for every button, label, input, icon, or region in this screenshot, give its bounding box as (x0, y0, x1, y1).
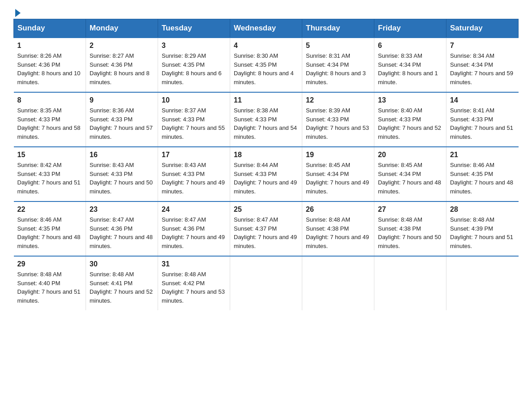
day-number: 10 (162, 96, 226, 104)
calendar-cell: 3Sunrise: 8:29 AMSunset: 4:35 PMDaylight… (158, 38, 230, 92)
day-info: Sunrise: 8:44 AMSunset: 4:33 PMDaylight:… (234, 161, 298, 196)
calendar-cell (302, 256, 374, 310)
calendar-cell: 26Sunrise: 8:48 AMSunset: 4:38 PMDayligh… (302, 201, 374, 256)
calendar-cell: 4Sunrise: 8:30 AMSunset: 4:35 PMDaylight… (230, 38, 302, 92)
day-number: 31 (162, 260, 226, 268)
day-info: Sunrise: 8:42 AMSunset: 4:33 PMDaylight:… (17, 161, 82, 196)
day-number: 18 (234, 151, 298, 159)
calendar-cell (374, 256, 446, 310)
day-number: 16 (90, 151, 154, 159)
calendar-cell: 18Sunrise: 8:44 AMSunset: 4:33 PMDayligh… (230, 147, 302, 201)
day-number: 19 (306, 151, 370, 159)
day-info: Sunrise: 8:46 AMSunset: 4:35 PMDaylight:… (450, 161, 515, 196)
calendar-cell (230, 256, 302, 310)
calendar-cell: 9Sunrise: 8:36 AMSunset: 4:33 PMDaylight… (86, 92, 158, 147)
calendar-cell (446, 256, 519, 310)
day-header-row: SundayMondayTuesdayWednesdayThursdayFrid… (14, 19, 519, 38)
day-number: 1 (17, 42, 82, 50)
calendar-week-5: 29Sunrise: 8:48 AMSunset: 4:40 PMDayligh… (14, 256, 519, 310)
day-number: 15 (17, 151, 82, 159)
calendar-cell: 27Sunrise: 8:48 AMSunset: 4:38 PMDayligh… (374, 201, 446, 256)
day-info: Sunrise: 8:45 AMSunset: 4:34 PMDaylight:… (378, 161, 442, 196)
calendar-cell: 5Sunrise: 8:31 AMSunset: 4:34 PMDaylight… (302, 38, 374, 92)
calendar-header: SundayMondayTuesdayWednesdayThursdayFrid… (14, 19, 519, 38)
day-number: 4 (234, 42, 298, 50)
calendar-cell: 7Sunrise: 8:34 AMSunset: 4:34 PMDaylight… (446, 38, 519, 92)
day-number: 23 (90, 206, 154, 214)
day-number: 17 (162, 151, 226, 159)
day-info: Sunrise: 8:29 AMSunset: 4:35 PMDaylight:… (162, 51, 226, 86)
logo (13, 9, 21, 14)
day-number: 3 (162, 42, 226, 50)
calendar-cell: 14Sunrise: 8:41 AMSunset: 4:33 PMDayligh… (446, 92, 519, 147)
calendar-body: 1Sunrise: 8:26 AMSunset: 4:36 PMDaylight… (14, 38, 519, 310)
day-number: 8 (17, 96, 82, 104)
day-info: Sunrise: 8:38 AMSunset: 4:33 PMDaylight:… (234, 106, 298, 141)
page-header (13, 9, 519, 14)
logo-arrow-icon (15, 9, 21, 17)
calendar-cell: 25Sunrise: 8:47 AMSunset: 4:37 PMDayligh… (230, 201, 302, 256)
day-number: 26 (306, 206, 370, 214)
day-number: 29 (17, 260, 82, 268)
calendar-cell: 22Sunrise: 8:46 AMSunset: 4:35 PMDayligh… (14, 201, 86, 256)
calendar-cell: 24Sunrise: 8:47 AMSunset: 4:36 PMDayligh… (158, 201, 230, 256)
calendar-cell: 1Sunrise: 8:26 AMSunset: 4:36 PMDaylight… (14, 38, 86, 92)
day-info: Sunrise: 8:47 AMSunset: 4:37 PMDaylight:… (234, 215, 298, 250)
day-info: Sunrise: 8:40 AMSunset: 4:33 PMDaylight:… (378, 106, 442, 141)
day-info: Sunrise: 8:43 AMSunset: 4:33 PMDaylight:… (90, 161, 154, 196)
calendar-cell: 12Sunrise: 8:39 AMSunset: 4:33 PMDayligh… (302, 92, 374, 147)
calendar-cell: 2Sunrise: 8:27 AMSunset: 4:36 PMDaylight… (86, 38, 158, 92)
calendar-cell: 28Sunrise: 8:48 AMSunset: 4:39 PMDayligh… (446, 201, 519, 256)
day-number: 30 (90, 260, 154, 268)
day-info: Sunrise: 8:26 AMSunset: 4:36 PMDaylight:… (17, 51, 82, 86)
day-info: Sunrise: 8:39 AMSunset: 4:33 PMDaylight:… (306, 106, 370, 141)
calendar-week-2: 8Sunrise: 8:35 AMSunset: 4:33 PMDaylight… (14, 92, 519, 147)
day-number: 14 (450, 96, 515, 104)
calendar-cell: 19Sunrise: 8:45 AMSunset: 4:34 PMDayligh… (302, 147, 374, 201)
calendar-cell: 20Sunrise: 8:45 AMSunset: 4:34 PMDayligh… (374, 147, 446, 201)
day-info: Sunrise: 8:48 AMSunset: 4:38 PMDaylight:… (306, 215, 370, 250)
calendar-table: SundayMondayTuesdayWednesdayThursdayFrid… (13, 19, 519, 310)
day-info: Sunrise: 8:27 AMSunset: 4:36 PMDaylight:… (90, 51, 154, 86)
day-info: Sunrise: 8:33 AMSunset: 4:34 PMDaylight:… (378, 51, 442, 86)
calendar-cell: 16Sunrise: 8:43 AMSunset: 4:33 PMDayligh… (86, 147, 158, 201)
calendar-week-3: 15Sunrise: 8:42 AMSunset: 4:33 PMDayligh… (14, 147, 519, 201)
calendar-week-4: 22Sunrise: 8:46 AMSunset: 4:35 PMDayligh… (14, 201, 519, 256)
day-header-tuesday: Tuesday (158, 19, 230, 38)
day-info: Sunrise: 8:37 AMSunset: 4:33 PMDaylight:… (162, 106, 226, 141)
day-info: Sunrise: 8:47 AMSunset: 4:36 PMDaylight:… (90, 215, 154, 250)
calendar-week-1: 1Sunrise: 8:26 AMSunset: 4:36 PMDaylight… (14, 38, 519, 92)
day-info: Sunrise: 8:31 AMSunset: 4:34 PMDaylight:… (306, 51, 370, 86)
day-info: Sunrise: 8:41 AMSunset: 4:33 PMDaylight:… (450, 106, 515, 141)
day-number: 2 (90, 42, 154, 50)
calendar-cell: 11Sunrise: 8:38 AMSunset: 4:33 PMDayligh… (230, 92, 302, 147)
day-number: 13 (378, 96, 442, 104)
day-info: Sunrise: 8:34 AMSunset: 4:34 PMDaylight:… (450, 51, 515, 86)
day-number: 24 (162, 206, 226, 214)
day-info: Sunrise: 8:45 AMSunset: 4:34 PMDaylight:… (306, 161, 370, 196)
day-info: Sunrise: 8:48 AMSunset: 4:39 PMDaylight:… (450, 215, 515, 250)
day-info: Sunrise: 8:48 AMSunset: 4:42 PMDaylight:… (162, 270, 226, 305)
calendar-cell: 21Sunrise: 8:46 AMSunset: 4:35 PMDayligh… (446, 147, 519, 201)
day-number: 21 (450, 151, 515, 159)
day-number: 9 (90, 96, 154, 104)
day-info: Sunrise: 8:48 AMSunset: 4:41 PMDaylight:… (90, 270, 154, 305)
day-header-wednesday: Wednesday (230, 19, 302, 38)
day-info: Sunrise: 8:35 AMSunset: 4:33 PMDaylight:… (17, 106, 82, 141)
day-header-saturday: Saturday (446, 19, 519, 38)
day-number: 25 (234, 206, 298, 214)
day-header-monday: Monday (86, 19, 158, 38)
day-number: 20 (378, 151, 442, 159)
day-number: 5 (306, 42, 370, 50)
day-number: 7 (450, 42, 515, 50)
day-info: Sunrise: 8:48 AMSunset: 4:40 PMDaylight:… (17, 270, 82, 305)
calendar-cell: 6Sunrise: 8:33 AMSunset: 4:34 PMDaylight… (374, 38, 446, 92)
calendar-cell: 8Sunrise: 8:35 AMSunset: 4:33 PMDaylight… (14, 92, 86, 147)
day-number: 11 (234, 96, 298, 104)
calendar-cell: 15Sunrise: 8:42 AMSunset: 4:33 PMDayligh… (14, 147, 86, 201)
calendar-cell: 31Sunrise: 8:48 AMSunset: 4:42 PMDayligh… (158, 256, 230, 310)
day-number: 22 (17, 206, 82, 214)
day-header-friday: Friday (374, 19, 446, 38)
calendar-cell: 17Sunrise: 8:43 AMSunset: 4:33 PMDayligh… (158, 147, 230, 201)
day-info: Sunrise: 8:46 AMSunset: 4:35 PMDaylight:… (17, 215, 82, 250)
